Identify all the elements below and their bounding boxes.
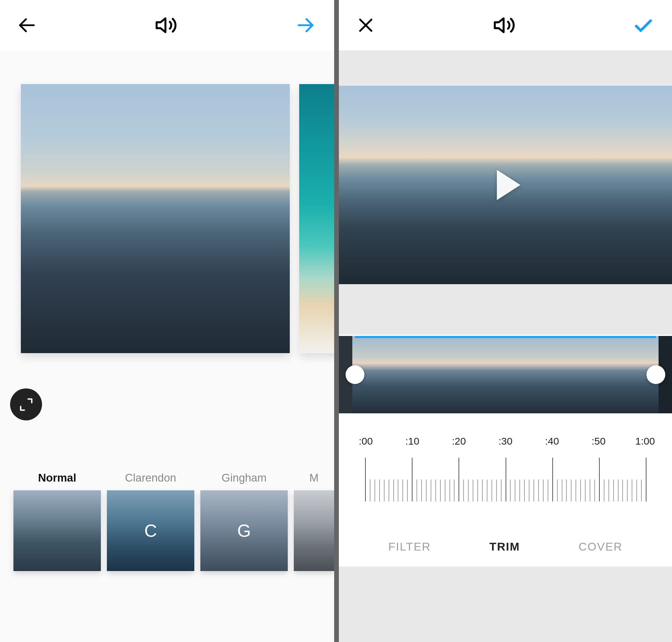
svg-marker-5 bbox=[495, 18, 504, 32]
trim-track[interactable] bbox=[339, 336, 672, 413]
expand-icon bbox=[19, 397, 34, 412]
main-preview-image[interactable] bbox=[21, 84, 290, 353]
tick-minor bbox=[487, 479, 488, 501]
tick-minor bbox=[431, 479, 431, 501]
tick-major bbox=[646, 458, 646, 501]
video-preview[interactable] bbox=[339, 86, 672, 284]
sound-toggle-button[interactable] bbox=[491, 12, 518, 39]
tick-minor bbox=[566, 479, 567, 501]
tick-minor bbox=[576, 479, 576, 501]
tick-minor bbox=[374, 479, 375, 501]
tick-minor bbox=[501, 479, 502, 501]
filter-label: Gingham bbox=[201, 469, 288, 487]
tab-trim[interactable]: TRIM bbox=[490, 540, 520, 553]
time-ruler: :00 :10 :20 :30 :40 :50 1:00 bbox=[339, 415, 672, 526]
ruler-label: :40 bbox=[539, 436, 566, 447]
tick-minor bbox=[547, 479, 548, 501]
trim-frame bbox=[544, 336, 582, 413]
pane-divider bbox=[334, 0, 339, 642]
tick-minor bbox=[379, 479, 380, 501]
arrow-left-icon bbox=[16, 15, 37, 36]
ruler-label: :10 bbox=[399, 436, 426, 447]
tick-minor bbox=[370, 479, 371, 501]
filter-item-partial[interactable]: M bbox=[294, 469, 334, 642]
tick-minor bbox=[435, 479, 436, 501]
tick-minor bbox=[482, 479, 483, 501]
close-button[interactable] bbox=[352, 12, 379, 39]
tick-minor bbox=[632, 479, 632, 501]
tick-minor bbox=[389, 479, 389, 501]
tick-minor bbox=[627, 479, 628, 501]
tick-major bbox=[412, 458, 413, 501]
tick-minor bbox=[407, 479, 408, 501]
speaker-icon bbox=[493, 13, 516, 37]
tick-minor bbox=[473, 479, 473, 501]
play-icon bbox=[497, 170, 520, 200]
tick-minor bbox=[590, 479, 590, 501]
tick-minor bbox=[538, 479, 539, 501]
tick-minor bbox=[496, 479, 497, 501]
tick-minor bbox=[416, 479, 417, 501]
tick-minor bbox=[571, 479, 571, 501]
filter-thumb[interactable] bbox=[13, 490, 101, 571]
tick-minor bbox=[515, 479, 515, 501]
tick-minor bbox=[585, 479, 585, 501]
ruler-label: :20 bbox=[445, 436, 472, 447]
tick-minor bbox=[440, 479, 441, 501]
tick-major bbox=[506, 458, 506, 501]
trim-handle-end[interactable] bbox=[646, 365, 665, 384]
filter-item-clarendon[interactable]: Clarendon C bbox=[107, 469, 194, 642]
ruler-label: 1:00 bbox=[632, 436, 659, 447]
confirm-button[interactable] bbox=[630, 12, 657, 39]
tick-minor bbox=[519, 479, 520, 501]
trim-frame bbox=[467, 336, 506, 413]
tab-cover[interactable]: COVER bbox=[579, 540, 623, 553]
tick-minor bbox=[594, 479, 595, 501]
header-left bbox=[0, 0, 334, 50]
ruler-labels: :00 :10 :20 :30 :40 :50 1:00 bbox=[339, 436, 672, 447]
tick-minor bbox=[421, 479, 422, 501]
tick-major bbox=[599, 458, 600, 501]
tab-filter[interactable]: FILTER bbox=[388, 540, 431, 553]
ruler-label: :30 bbox=[492, 436, 519, 447]
tick-minor bbox=[562, 479, 563, 501]
filter-editor-pane: Normal Clarendon C Gingham G M bbox=[0, 0, 334, 642]
filter-label: M bbox=[294, 469, 334, 487]
tick-minor bbox=[463, 479, 464, 501]
filter-thumb[interactable]: G bbox=[201, 490, 288, 571]
trim-timeline[interactable] bbox=[339, 335, 672, 415]
back-button[interactable] bbox=[13, 12, 40, 39]
expand-crop-button[interactable] bbox=[10, 388, 42, 420]
ruler-ticks bbox=[339, 451, 672, 518]
filter-thumb[interactable] bbox=[294, 490, 334, 571]
tick-major bbox=[552, 458, 553, 501]
tick-minor bbox=[622, 479, 623, 501]
tick-minor bbox=[426, 479, 427, 501]
filter-item-normal[interactable]: Normal bbox=[13, 469, 101, 642]
tick-minor bbox=[557, 479, 558, 501]
filter-thumb[interactable]: C bbox=[107, 490, 194, 571]
tick-minor bbox=[477, 479, 478, 501]
tick-minor bbox=[543, 479, 544, 501]
next-preview-image[interactable] bbox=[299, 84, 334, 353]
ruler-label: :00 bbox=[352, 436, 379, 447]
tick-minor bbox=[524, 479, 525, 501]
tick-minor bbox=[445, 479, 445, 501]
close-icon bbox=[356, 15, 375, 35]
filter-strip[interactable]: Normal Clarendon C Gingham G M bbox=[0, 461, 334, 642]
filter-letter: G bbox=[237, 521, 251, 541]
next-button[interactable] bbox=[292, 12, 319, 39]
sound-toggle-button[interactable] bbox=[153, 12, 180, 39]
trim-frame bbox=[506, 336, 544, 413]
trim-frame bbox=[429, 336, 467, 413]
trim-handle-start[interactable] bbox=[346, 365, 364, 384]
tick-minor bbox=[398, 479, 398, 501]
check-icon bbox=[633, 14, 654, 36]
tick-minor bbox=[468, 479, 469, 501]
tick-minor bbox=[641, 479, 642, 501]
tick-minor bbox=[402, 479, 403, 501]
header-right bbox=[339, 0, 672, 50]
ruler-label: :50 bbox=[585, 436, 612, 447]
tick-minor bbox=[384, 479, 385, 501]
filter-item-gingham[interactable]: Gingham G bbox=[201, 469, 288, 642]
